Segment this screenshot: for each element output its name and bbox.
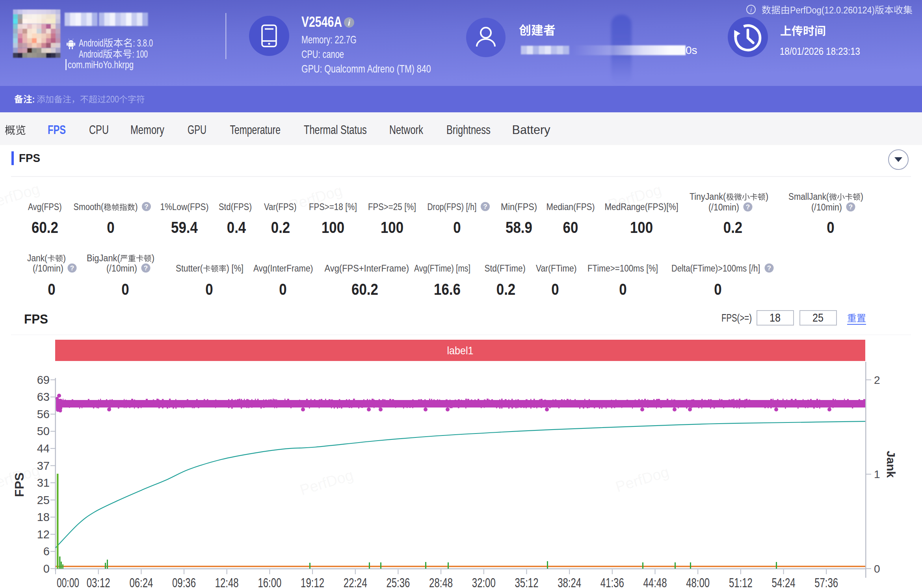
svg-text:Network: Network bbox=[389, 123, 423, 137]
svg-text:CPU: CPU bbox=[89, 123, 109, 137]
svg-text:25:36: 25:36 bbox=[386, 575, 410, 588]
svg-text:18: 18 bbox=[37, 511, 50, 523]
svg-text:03:12: 03:12 bbox=[87, 575, 110, 588]
svg-text:41:36: 41:36 bbox=[600, 575, 624, 588]
svg-text:?: ? bbox=[483, 203, 487, 210]
svg-text:0: 0 bbox=[121, 281, 129, 298]
svg-text:Avg(FPS+InterFrame): Avg(FPS+InterFrame) bbox=[325, 263, 409, 274]
svg-text:(/10min): (/10min) bbox=[33, 263, 63, 274]
svg-text:MedRange(FPS)[%]: MedRange(FPS)[%] bbox=[605, 202, 678, 212]
svg-text:i: i bbox=[750, 7, 752, 13]
svg-text:25: 25 bbox=[37, 494, 50, 506]
svg-text:60: 60 bbox=[563, 219, 578, 236]
svg-text:54:24: 54:24 bbox=[772, 575, 796, 588]
svg-text:0s: 0s bbox=[686, 44, 697, 56]
svg-text:Smooth(: Smooth( bbox=[74, 201, 104, 212]
svg-text:18/01/2026 18:23:13: 18/01/2026 18:23:13 bbox=[780, 45, 860, 57]
svg-text:19:12: 19:12 bbox=[301, 575, 324, 588]
svg-text:GPU: GPU bbox=[188, 123, 206, 137]
svg-text:69: 69 bbox=[37, 374, 50, 386]
svg-text:Delta(FTime)>100ms [/h]: Delta(FTime)>100ms [/h] bbox=[671, 263, 760, 274]
svg-text:58.9: 58.9 bbox=[506, 219, 532, 236]
svg-text:Var(FTime): Var(FTime) bbox=[536, 263, 577, 274]
svg-text:6: 6 bbox=[43, 545, 50, 558]
svg-text:0: 0 bbox=[107, 219, 114, 236]
svg-text:12: 12 bbox=[37, 528, 50, 541]
svg-text:Temperature: Temperature bbox=[230, 123, 281, 137]
svg-text:0.4: 0.4 bbox=[227, 219, 246, 236]
svg-text:GPU: Qualcomm Adreno (TM) 840: GPU: Qualcomm Adreno (TM) 840 bbox=[301, 63, 431, 75]
svg-text:0: 0 bbox=[827, 219, 834, 236]
svg-text:Avg(FTime) [ms]: Avg(FTime) [ms] bbox=[414, 263, 470, 274]
svg-text:100: 100 bbox=[630, 219, 653, 236]
svg-text:51:12: 51:12 bbox=[729, 575, 753, 588]
svg-text:00:00: 00:00 bbox=[57, 575, 79, 588]
svg-text:2: 2 bbox=[874, 374, 880, 386]
svg-text:Var(FPS): Var(FPS) bbox=[264, 201, 296, 212]
svg-text:18: 18 bbox=[770, 311, 781, 324]
svg-text:0: 0 bbox=[48, 281, 55, 298]
svg-text:0: 0 bbox=[714, 281, 721, 298]
svg-text:Battery: Battery bbox=[512, 123, 551, 137]
svg-text:Thermal Status: Thermal Status bbox=[304, 123, 367, 137]
svg-text:56: 56 bbox=[37, 408, 50, 421]
svg-text:CPU: canoe: CPU: canoe bbox=[301, 48, 344, 60]
svg-text:Jank: Jank bbox=[885, 451, 898, 478]
svg-text:Std(FTime): Std(FTime) bbox=[485, 263, 526, 274]
svg-text:(/10min): (/10min) bbox=[811, 202, 842, 213]
svg-text:?: ? bbox=[849, 203, 853, 211]
svg-text:): ) bbox=[63, 253, 66, 264]
svg-text:16.6: 16.6 bbox=[434, 281, 461, 298]
svg-text:200: 200 bbox=[106, 94, 119, 104]
svg-text:): ) bbox=[135, 201, 138, 212]
svg-text:Memory: Memory bbox=[130, 123, 164, 137]
svg-text:Stutter(: Stutter( bbox=[176, 263, 203, 274]
svg-text:0.2: 0.2 bbox=[271, 219, 290, 236]
svg-text:): ) bbox=[861, 192, 863, 202]
svg-text:(/10min): (/10min) bbox=[708, 202, 739, 213]
svg-text:100: 100 bbox=[322, 219, 344, 236]
svg-text:FPS: FPS bbox=[24, 312, 48, 326]
svg-text:28:48: 28:48 bbox=[429, 575, 453, 588]
svg-text:) [%]: ) [%] bbox=[227, 263, 244, 274]
svg-text:44: 44 bbox=[37, 442, 50, 455]
svg-text:0: 0 bbox=[874, 563, 880, 575]
svg-text:com.miHoYo.hkrpg: com.miHoYo.hkrpg bbox=[68, 59, 134, 70]
svg-text:37: 37 bbox=[37, 460, 50, 472]
svg-text:Median(FPS): Median(FPS) bbox=[547, 202, 595, 212]
svg-text:48:00: 48:00 bbox=[686, 575, 710, 588]
svg-text:57:36: 57:36 bbox=[814, 575, 838, 588]
svg-text:Drop(FPS) [/h]: Drop(FPS) [/h] bbox=[428, 201, 477, 212]
svg-text:Android: Android bbox=[79, 37, 104, 49]
svg-text:63: 63 bbox=[37, 391, 50, 403]
svg-text:FPS: FPS bbox=[48, 123, 66, 137]
svg-text:FPS: FPS bbox=[19, 151, 40, 164]
svg-text:0: 0 bbox=[619, 281, 626, 298]
svg-text:0: 0 bbox=[453, 219, 461, 236]
svg-text:Android: Android bbox=[79, 48, 103, 60]
svg-text:09:36: 09:36 bbox=[172, 575, 196, 588]
svg-text:?: ? bbox=[144, 264, 148, 272]
svg-text:1: 1 bbox=[874, 468, 880, 480]
svg-text:?: ? bbox=[746, 203, 750, 211]
svg-text:?: ? bbox=[144, 203, 148, 210]
svg-text:Avg(FPS): Avg(FPS) bbox=[28, 201, 62, 212]
svg-text:FPS: FPS bbox=[12, 473, 26, 497]
svg-text:38:24: 38:24 bbox=[558, 575, 581, 588]
svg-text:44:48: 44:48 bbox=[643, 575, 667, 588]
svg-text:59.4: 59.4 bbox=[171, 219, 198, 236]
svg-text:31: 31 bbox=[37, 476, 50, 489]
svg-text:?: ? bbox=[70, 264, 74, 272]
svg-text:: 100: : 100 bbox=[132, 48, 148, 60]
svg-text:: 3.8.0: : 3.8.0 bbox=[133, 37, 153, 49]
svg-text:0: 0 bbox=[279, 281, 286, 298]
svg-text:SmallJank(: SmallJank( bbox=[788, 192, 829, 202]
svg-text:22:24: 22:24 bbox=[344, 575, 367, 588]
svg-text::: : bbox=[32, 94, 35, 105]
svg-text:06:24: 06:24 bbox=[129, 575, 153, 588]
svg-text:0: 0 bbox=[205, 281, 213, 298]
svg-text:Avg(InterFrame): Avg(InterFrame) bbox=[253, 263, 313, 274]
svg-text:25: 25 bbox=[812, 311, 823, 324]
svg-text:16:00: 16:00 bbox=[258, 575, 281, 588]
svg-text:label1: label1 bbox=[447, 344, 473, 357]
